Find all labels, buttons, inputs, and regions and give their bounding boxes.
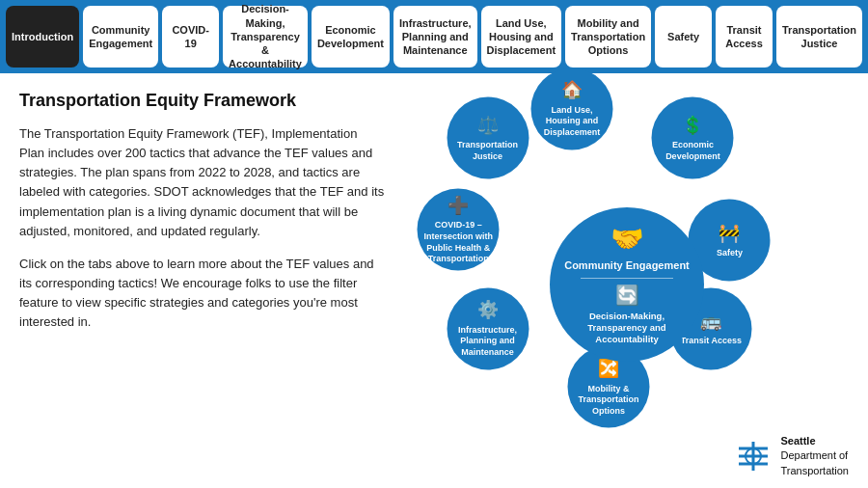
sdot-logo-icon <box>734 437 773 475</box>
sdot-logo-text: Seattle Department of Transportation <box>780 434 849 478</box>
nav-tab-1[interactable]: Community Engagement <box>83 6 158 68</box>
community-icon: 🤝 <box>610 223 644 255</box>
orbit-label-1: Economic Development <box>656 140 730 162</box>
orbit-label-5: Infrastructure, Planning and Maintenance <box>450 324 525 358</box>
orbit-circle-5[interactable]: ⚙️Infrastructure, Planning and Maintenan… <box>447 287 529 369</box>
right-panel: 🤝 Community Engagement 🔄 Decision-Making… <box>405 91 849 478</box>
center-top-label: Community Engagement <box>555 258 699 272</box>
nav-tab-6[interactable]: Land Use, Housing and Displacement <box>481 6 562 68</box>
center-bottom-label: Decision-Making, Transparency and Accoun… <box>550 311 704 346</box>
left-panel: Transportation Equity Framework The Tran… <box>19 91 386 478</box>
orbit-label-6: COVID-19 – Intersection with Public Heal… <box>421 220 496 265</box>
nav-tab-4[interactable]: Economic Development <box>312 6 390 68</box>
sdot-logo: Seattle Department of Transportation <box>734 434 849 478</box>
diagram: 🤝 Community Engagement 🔄 Decision-Making… <box>444 101 810 468</box>
orbit-circle-7[interactable]: ⚖️Transportation Justice <box>447 97 529 179</box>
nav-tab-3[interactable]: Decision-Making, Transparency & Accounta… <box>223 6 308 68</box>
orbit-label-7: Transportation Justice <box>450 140 525 162</box>
page-title: Transportation Equity Framework <box>19 91 386 111</box>
orbit-icon-5: ⚙️ <box>477 299 499 321</box>
nav-bar: IntroductionCommunity EngagementCOVID-19… <box>0 0 868 73</box>
nav-tab-5[interactable]: Infrastructure, Planning and Maintenance <box>393 6 477 68</box>
nav-tab-0[interactable]: Introduction <box>6 6 79 68</box>
decision-icon: 🔄 <box>615 284 639 307</box>
orbit-label-2: Safety <box>717 248 743 259</box>
orbit-label-4: Mobility & Transportation Options <box>572 383 646 417</box>
nav-tab-8[interactable]: Safety <box>655 6 712 68</box>
orbit-icon-7: ⚖️ <box>477 114 499 136</box>
orbit-circle-0[interactable]: 🏠Land Use, Housing and Displacement <box>531 68 613 149</box>
orbit-label-0: Land Use, Housing and Displacement <box>535 104 610 138</box>
orbit-circle-6[interactable]: ➕COVID-19 – Intersection with Public Hea… <box>418 189 500 271</box>
center-circle: 🤝 Community Engagement 🔄 Decision-Making… <box>550 207 704 362</box>
paragraph-2: Click on the tabs above to learn more ab… <box>19 255 386 333</box>
main-content: Transportation Equity Framework The Tran… <box>0 73 868 488</box>
paragraph-1: The Transportation Equity Framework (TEF… <box>19 124 386 241</box>
orbit-icon-2: 🚧 <box>719 222 740 244</box>
orbit-circle-1[interactable]: 💲Economic Development <box>652 97 734 179</box>
nav-tab-10[interactable]: Transportation Justice <box>776 6 862 68</box>
orbit-icon-1: 💲 <box>682 114 703 136</box>
nav-tab-7[interactable]: Mobility and Transportation Options <box>565 6 651 68</box>
orbit-icon-6: ➕ <box>448 194 469 216</box>
orbit-icon-0: 🏠 <box>561 79 583 101</box>
nav-tab-9[interactable]: Transit Access <box>716 6 773 68</box>
nav-tab-2[interactable]: COVID-19 <box>162 6 219 68</box>
